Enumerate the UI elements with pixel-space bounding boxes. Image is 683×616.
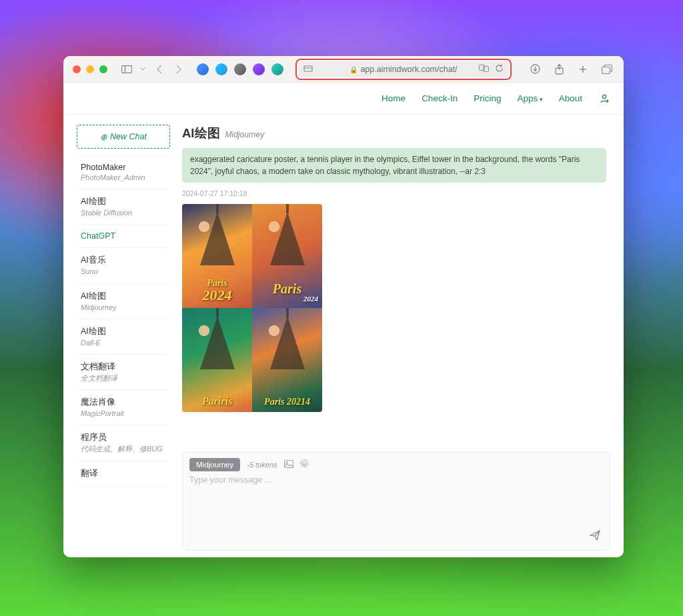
sidebar-item-title: AI绘图 [81, 196, 166, 207]
back-button[interactable] [151, 62, 166, 77]
image-tile: Paris2024 [182, 204, 252, 308]
message-input[interactable] [189, 475, 603, 527]
sidebar-item-translate[interactable]: 翻译 [77, 461, 170, 487]
favorite-icon[interactable] [253, 63, 265, 75]
browser-titlebar: 🔒app.aimindwork.com/chat/ [63, 56, 624, 83]
minimize-window-button[interactable] [86, 65, 94, 73]
chat-header: AI绘图 Midjourney [182, 125, 610, 141]
image-tile: Paris 20214 [252, 308, 322, 412]
user-prompt-bubble: exaggerated caricature poster, a tennis … [182, 148, 606, 183]
share-icon[interactable] [552, 62, 566, 77]
sidebar-item-sub: Dall-E [81, 339, 166, 347]
sidebar-item-title: AI绘图 [81, 291, 166, 302]
sidebar-item-title: AI绘图 [81, 326, 166, 337]
sidebar-item-photomaker[interactable]: PhotoMaker PhotoMaker_Admin [77, 155, 170, 189]
safari-window: 🔒app.aimindwork.com/chat/ [63, 56, 624, 557]
prompt-text: exaggerated caricature poster, a tennis … [190, 155, 580, 176]
lock-icon: 🔒 [350, 66, 358, 73]
sidebar-item-magicportrait[interactable]: 魔法肖像 MagicPortrait [77, 390, 170, 425]
svg-point-13 [607, 99, 609, 101]
sidebar-item-title: ChatGPT [81, 231, 166, 241]
image-tile: Pariris [182, 308, 252, 412]
reload-icon[interactable] [495, 64, 504, 75]
svg-rect-2 [304, 66, 312, 71]
tabs-overview-icon[interactable] [600, 62, 614, 77]
nav-home[interactable]: Home [382, 93, 406, 103]
user-menu-icon[interactable] [598, 93, 610, 105]
sidebar-item-title: PhotoMaker [81, 163, 166, 172]
plus-icon: ⊕ [100, 132, 107, 142]
sidebar-item-sub: MagicPortrait [81, 409, 166, 418]
sidebar-item-title: 翻译 [81, 468, 166, 479]
address-bar-highlight: 🔒app.aimindwork.com/chat/ [295, 59, 512, 80]
new-tab-icon[interactable] [576, 62, 590, 77]
favorite-icon[interactable] [271, 63, 283, 75]
sidebar-item-dalle[interactable]: AI绘图 Dall-E [77, 319, 170, 355]
sidebar-item-title: 文档翻译 [81, 361, 166, 373]
sidebar-item-chatgpt[interactable]: ChatGPT [77, 225, 170, 248]
sidebar-item-sub: Suno [81, 267, 166, 276]
sidebar-item-sub: PhotoMaker_Admin [81, 173, 166, 182]
image-attach-icon[interactable] [284, 460, 293, 470]
close-window-button[interactable] [73, 65, 81, 73]
svg-rect-4 [480, 65, 485, 70]
sidebar-item-title: 程序员 [81, 432, 166, 443]
address-bar[interactable]: 🔒app.aimindwork.com/chat/ [298, 61, 509, 77]
url-text: 🔒app.aimindwork.com/chat/ [350, 65, 457, 74]
sidebar-item-programmer[interactable]: 程序员 代码生成、解释、修BUG [77, 425, 170, 461]
svg-rect-14 [284, 460, 293, 467]
nav-pricing[interactable]: Pricing [474, 93, 501, 103]
favorite-icon[interactable] [197, 63, 209, 75]
settings-icon[interactable] [300, 459, 309, 470]
toolbar-dropdown-icon[interactable] [139, 62, 146, 77]
sidebar-item-title: 魔法肖像 [81, 397, 166, 408]
chat-scroll-area[interactable]: exaggerated caricature poster, a tennis … [182, 148, 610, 447]
svg-point-12 [602, 95, 606, 98]
translate-icon[interactable] [479, 64, 490, 75]
main-panel: AI绘图 Midjourney exaggerated caricature p… [182, 125, 610, 551]
downloads-icon[interactable] [528, 62, 542, 77]
svg-point-15 [285, 461, 287, 463]
message-timestamp: 2024-07-27 17:10:18 [182, 189, 606, 197]
image-tile: Paris2024 [252, 204, 322, 308]
chat-subtitle: Midjourney [225, 130, 265, 139]
sidebar-item-doctranslate[interactable]: 文档翻译 全文档翻译 [77, 355, 170, 390]
favorite-icon[interactable] [234, 63, 246, 75]
new-chat-label: New Chat [110, 132, 147, 141]
svg-rect-0 [122, 65, 132, 73]
sidebar-item-sub: 代码生成、解释、修BUG [81, 445, 166, 453]
chat-title: AI绘图 [182, 125, 220, 141]
page-content: Home Check-In Pricing Apps About ⊕ New C… [63, 83, 624, 557]
token-cost: -5 tokens [247, 461, 277, 469]
sidebar-item-suno[interactable]: AI音乐 Suno [77, 248, 170, 283]
top-navigation: Home Check-In Pricing Apps About [63, 83, 624, 115]
nav-apps[interactable]: Apps [517, 93, 542, 103]
favorites-icons [197, 63, 283, 75]
maximize-window-button[interactable] [99, 65, 107, 73]
nav-checkin[interactable]: Check-In [422, 93, 458, 103]
window-controls [73, 65, 107, 73]
svg-rect-5 [484, 66, 489, 71]
svg-rect-11 [602, 67, 610, 73]
favorite-icon[interactable] [215, 63, 227, 75]
generated-image-grid[interactable]: Paris2024 Paris2024 Pariris Paris 2 [182, 204, 322, 412]
nav-about[interactable]: About [559, 93, 582, 103]
sidebar: ⊕ New Chat PhotoMaker PhotoMaker_Admin A… [77, 125, 170, 551]
sidebar-item-sub: Midjourney [81, 303, 166, 312]
new-chat-button[interactable]: ⊕ New Chat [77, 125, 170, 149]
sidebar-item-title: AI音乐 [81, 255, 166, 266]
sidebar-item-midjourney[interactable]: AI绘图 Midjourney [77, 284, 170, 319]
sidebar-item-sub: Stable Diffusion [81, 209, 166, 217]
sidebar-toggle-icon[interactable] [119, 62, 134, 77]
send-button[interactable] [587, 527, 603, 543]
sidebar-item-sd[interactable]: AI绘图 Stable Diffusion [77, 189, 170, 225]
sidebar-item-sub: 全文档翻译 [81, 374, 166, 383]
model-badge[interactable]: Midjourney [189, 458, 240, 471]
message-composer: Midjourney -5 tokens [182, 452, 610, 551]
site-settings-icon[interactable] [303, 65, 313, 74]
forward-button[interactable] [171, 62, 186, 77]
